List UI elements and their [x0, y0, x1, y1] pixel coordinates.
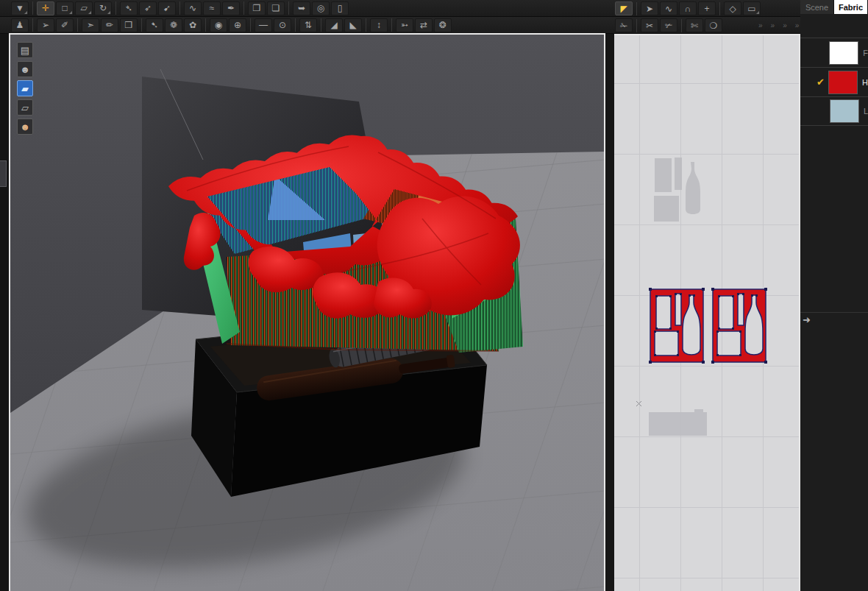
pattern-piece-1[interactable] [649, 288, 705, 364]
viewport-2d[interactable] [614, 34, 800, 591]
rectangle-2d-icon[interactable]: ▭ [743, 1, 761, 15]
pattern-piece-2[interactable] [711, 288, 767, 364]
toolbar-row-2-2d-tools: ✁✂✃✄❍ »»»» [614, 17, 799, 34]
fabric-label: F [863, 49, 868, 57]
fold-panels-tool-icon[interactable]: ❐ [248, 1, 266, 15]
move-tool-icon[interactable]: ✛ [37, 1, 54, 15]
tack-tool-icon[interactable]: ➷ [146, 18, 163, 32]
panel-expand-arrow[interactable]: ➜ [803, 314, 811, 325]
pin-garment-tool-icon[interactable]: ➹ [158, 1, 176, 15]
select-fit-tool-icon[interactable]: ➳ [396, 18, 413, 32]
select-curve-tool-icon[interactable]: ➥ [293, 1, 310, 15]
toolbar-group-separator [321, 18, 321, 32]
copy-garment-tool-icon[interactable]: ❒ [120, 18, 138, 32]
select-cloth-tool-icon[interactable]: ➢ [37, 18, 54, 32]
needle-garment-tool-icon[interactable]: ✒ [222, 1, 240, 15]
wrap-sphere-tool-icon[interactable]: ❂ [434, 18, 452, 32]
edit-curvature-2d-icon[interactable]: ∿ [660, 1, 677, 15]
select-flower-tool-icon[interactable]: ❁ [165, 18, 182, 32]
toolbar-group-separator [179, 1, 180, 15]
rotate-tool-icon[interactable]: ↻ [94, 1, 112, 15]
ruler-tool-icon[interactable]: ▯ [331, 1, 349, 15]
right-panel: SceneFabric F✔HL ➜ [800, 0, 868, 591]
left-strip [0, 34, 9, 591]
fabric-list: F✔HL [800, 38, 868, 126]
toolbar-group-separator [141, 18, 142, 32]
brush-cloth-tool-icon[interactable]: ✐ [56, 18, 74, 32]
toolbar-group-separator [636, 2, 637, 15]
lock-stitch-tool-icon[interactable]: ⊙ [274, 18, 291, 32]
fabric-item-red[interactable]: ✔H [800, 67, 868, 96]
add-point-2d-icon[interactable]: + [698, 1, 716, 15]
scene-3d-canvas[interactable] [10, 35, 605, 591]
seam-line-tool-icon[interactable]: — [255, 18, 272, 32]
show-garment-toggle[interactable]: ▤ [17, 42, 33, 58]
transform-pattern-tool-icon[interactable]: ▱ [75, 1, 93, 15]
left-edge-handle[interactable] [0, 160, 7, 187]
detach-sewing-tool-icon[interactable]: ✄ [686, 18, 703, 32]
sewing-curve-tool-icon[interactable]: ∿ [184, 1, 202, 15]
tab-fabric[interactable]: Fabric [834, 0, 868, 14]
select-button-tool-icon[interactable]: ◉ [210, 18, 227, 32]
pin-cloth-tool-icon[interactable]: ➶ [139, 1, 157, 15]
walk-avatar-tool-icon[interactable]: ♟ [11, 18, 29, 32]
fabric-item-white[interactable]: F [800, 38, 868, 67]
transform-pattern-2d-icon[interactable]: ◤ [615, 1, 633, 15]
fabric-item-blue[interactable]: L [800, 96, 868, 126]
show-fabric-toggle[interactable]: ▰ [17, 80, 33, 96]
fit-garment-tool-icon[interactable]: ⇄ [415, 18, 433, 32]
toolbar-group-separator [77, 18, 78, 32]
segment-sewing-tool-icon[interactable]: ✁ [615, 18, 633, 32]
toolbar-row-2-3d-tools: ♟➢✐➣✏❒➷❁✿◉⊕—⊙⇅◢◣↕➳⇄❂ [10, 18, 452, 33]
collapsed-groups: »»»» [758, 21, 799, 29]
tape-measure-tool-icon[interactable]: ◎ [312, 1, 330, 15]
toolbar-group-separator [719, 2, 720, 15]
tab-scene[interactable]: Scene [800, 0, 834, 14]
collapsed-group-chevron[interactable]: » [758, 21, 763, 29]
pin-spread-tool-icon[interactable]: ↕ [370, 18, 388, 32]
show-avatar-toggle[interactable]: ☻ [17, 61, 33, 77]
plane-tool-icon[interactable]: ◣ [344, 18, 362, 32]
fabric-label: L [864, 107, 868, 116]
fabric-label: H [862, 78, 868, 87]
toolbar-group-separator [115, 1, 116, 15]
collapsed-group-chevron[interactable]: » [795, 21, 800, 29]
toolbar-group-separator [243, 1, 244, 15]
toolbar-group-separator [32, 18, 33, 32]
viewport-3d-toggles: ▤☻▰▱☻ [17, 42, 33, 135]
edit-garment-tool-icon[interactable]: ✏ [101, 18, 118, 32]
toolbar-row-1: ▼✛□▱↻➴➶➹∿≈✒❐❏➥◎▯ ◤➤∿∩+◇▭ [0, 0, 802, 17]
wave-cloth-tool-icon[interactable]: ≈ [203, 1, 221, 15]
curve-sewing-tool-icon[interactable]: ✃ [660, 18, 677, 32]
fabric-color-swatch[interactable] [828, 71, 858, 94]
flower-tool-icon[interactable]: ✿ [184, 18, 202, 32]
inspect-sewing-tool-icon[interactable]: ❍ [705, 18, 722, 32]
show-skin-toggle[interactable]: ☻ [17, 118, 33, 135]
toolbar-row-2: ♟➢✐➣✏❒➷❁✿◉⊕—⊙⇅◢◣↕➳⇄❂ ✁✂✃✄❍ »»»» [0, 17, 802, 34]
panel-divider [800, 312, 868, 313]
import-dropdown-icon[interactable]: ▼ [11, 1, 29, 15]
origin-mark [636, 401, 641, 406]
collapsed-group-chevron[interactable]: » [771, 21, 775, 29]
show-pattern-toggle[interactable]: ▱ [17, 99, 33, 116]
toolbar-group-separator [288, 1, 289, 15]
rectangle-select-tool-icon[interactable]: □ [56, 1, 74, 15]
collapsed-group-chevron[interactable]: » [783, 21, 787, 29]
edit-pattern-2d-icon[interactable]: ➤ [641, 1, 658, 15]
polygon-2d-icon[interactable]: ◇ [724, 1, 741, 15]
pattern-2d-canvas[interactable] [614, 35, 799, 591]
toolbar-group-separator [295, 18, 296, 32]
zipper-tool-icon[interactable]: ⇅ [299, 18, 317, 32]
toolbar-group-separator [636, 19, 637, 32]
toolbar-group-separator [32, 1, 33, 15]
fabric-color-swatch[interactable] [830, 99, 859, 123]
select-garment-tool-icon[interactable]: ➣ [82, 18, 99, 32]
fabric-color-swatch[interactable] [829, 41, 858, 65]
edit-curve-point-2d-icon[interactable]: ∩ [679, 1, 697, 15]
viewport-3d[interactable]: ▤☻▰▱☻ [9, 33, 605, 591]
drape-garment-tool-icon[interactable]: ❏ [267, 1, 285, 15]
pin-tool-icon[interactable]: ➴ [120, 1, 138, 15]
free-sewing-tool-icon[interactable]: ✂ [641, 18, 658, 32]
button-tool-icon[interactable]: ⊕ [229, 18, 246, 32]
select-plane-tool-icon[interactable]: ◢ [325, 18, 343, 32]
